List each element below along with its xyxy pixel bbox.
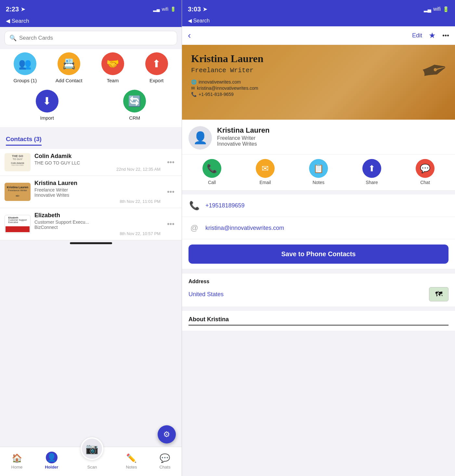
location-icon-right: ➤ xyxy=(203,6,207,12)
address-label: Address xyxy=(188,279,448,284)
action-label-chat: Chat xyxy=(420,180,430,185)
quick-actions-grid: 👥 Groups (1) 📇 Add Contact 🤝 Team ⬆ Expo… xyxy=(0,49,182,127)
globe-icon: 🌐 xyxy=(191,79,197,85)
action-row: 📞 Call ✉ Email 📋 Notes ⬆ Share 💬 Chat xyxy=(182,154,455,191)
time-left: 2:23 ➤ xyxy=(6,6,25,13)
bc-website: innovativewrites.com xyxy=(199,79,241,85)
add-contact-label: Add Contact xyxy=(56,78,83,83)
back-button[interactable]: ‹ xyxy=(188,30,191,41)
avatar: 👤 xyxy=(188,126,212,150)
nav-item-notes[interactable]: ✏️ Notes xyxy=(126,453,137,469)
map-thumbnail[interactable]: 🗺 xyxy=(429,287,448,301)
quick-action-team[interactable]: 🤝 Team xyxy=(95,52,131,83)
profile-company: Innovative Writes xyxy=(217,141,269,147)
contact-date-kristina: 8th Nov 22, 11:01 PM xyxy=(34,199,161,204)
action-call[interactable]: 📞 Call xyxy=(202,159,221,185)
more-options-icon[interactable]: ••• xyxy=(442,32,449,39)
star-icon[interactable]: ★ xyxy=(429,31,436,40)
phone-detail-row[interactable]: 📞 +19518189659 xyxy=(182,194,455,217)
nav-item-home[interactable]: 🏠 Home xyxy=(11,453,23,469)
location-icon: ➤ xyxy=(21,6,25,12)
contact-item-kristina[interactable]: Kristina Lauren Freelance Writer ✒ Krist… xyxy=(0,176,182,208)
bc-phone: +1-951-818-9659 xyxy=(199,92,234,97)
action-label-email: Email xyxy=(259,180,271,185)
back-search-right[interactable]: ◀ Search xyxy=(188,18,210,23)
scan-button[interactable]: 📷 xyxy=(81,437,103,460)
contact-more-kristina[interactable]: ••• xyxy=(164,186,177,197)
nav-item-holder[interactable]: 👤 Holder xyxy=(45,452,58,469)
contacts-header: Contacts (3) xyxy=(0,131,182,148)
address-section: Address United States 🗺 xyxy=(182,273,455,307)
contact-item-elizabeth[interactable]: Elizabeth Customer Support Executive Eli… xyxy=(0,208,182,240)
quick-action-add-contact[interactable]: 📇 Add Contact xyxy=(51,52,87,83)
phone-icon-bc: 📞 xyxy=(191,92,197,97)
email-detail-row[interactable]: @ kristina@innovativewrites.com xyxy=(182,217,455,239)
profile-name: Kristina Lauren xyxy=(217,126,269,135)
email-circle: ✉ xyxy=(256,159,275,178)
detail-topbar: ‹ Edit ★ ••• xyxy=(182,26,455,45)
status-icons-right: ▂▄ wifi 🔋 xyxy=(424,6,449,12)
action-email[interactable]: ✉ Email xyxy=(256,159,275,185)
right-panel: 3:03 ➤ ▂▄ wifi 🔋 ◀ Search ‹ Edit ★ ••• K… xyxy=(182,0,455,476)
bottom-nav: 🏠 Home 👤 Holder 📷 Scan ✏️ Notes 💬 Chats xyxy=(0,447,182,476)
back-search-left[interactable]: ◀ Search xyxy=(6,18,176,24)
bc-email: kristina@innovativewrites.com xyxy=(197,86,258,91)
status-bar-left: 2:23 ➤ ▂▄ wifi 🔋 xyxy=(0,0,182,17)
export-icon: ⬆ xyxy=(145,52,168,75)
time-right: 3:03 ➤ xyxy=(188,6,207,13)
quick-action-import[interactable]: ⬇ Import xyxy=(29,90,65,121)
save-to-phone-contacts-button[interactable]: Save to Phone Contacts xyxy=(188,245,448,264)
filter-fab[interactable]: ⚙ xyxy=(158,425,176,443)
contact-thumbnail-elizabeth: Elizabeth Customer Support Executive xyxy=(5,215,31,233)
nav-label-home: Home xyxy=(11,465,23,469)
contact-info-elizabeth: Elizabeth Customer Support Execu... BizC… xyxy=(34,212,161,236)
contact-more-elizabeth[interactable]: ••• xyxy=(164,218,177,230)
about-underline xyxy=(188,325,448,325)
top-actions: Edit ★ ••• xyxy=(412,31,449,40)
email-detail-value[interactable]: kristina@innovativewrites.com xyxy=(205,225,284,231)
phone-detail-icon: 📞 xyxy=(188,200,200,211)
action-share[interactable]: ⬆ Share xyxy=(362,159,381,185)
nav-label-notes: Notes xyxy=(126,465,137,469)
bc-name: Kristina Lauren xyxy=(191,53,264,65)
contact-date-colin: 22nd Nov 22, 12:35 AM xyxy=(34,167,161,172)
export-label: Export xyxy=(150,78,163,83)
action-chat[interactable]: 💬 Chat xyxy=(416,159,435,185)
phone-detail-value[interactable]: +19518189659 xyxy=(205,202,245,209)
bc-phone-line: 📞 +1-951-818-9659 xyxy=(191,92,264,97)
contact-company-colin: THE GO TO GUY LLC xyxy=(34,160,161,165)
address-row: United States 🗺 xyxy=(188,287,448,301)
nav-item-chats[interactable]: 💬 Chats xyxy=(159,453,170,469)
nav-item-scan[interactable]: 📷 Scan xyxy=(81,437,103,469)
notes-icon: ✏️ xyxy=(126,453,136,463)
bc-website-line: 🌐 innovativewrites.com xyxy=(191,79,264,85)
action-notes[interactable]: 📋 Notes xyxy=(309,159,328,185)
quick-action-export[interactable]: ⬆ Export xyxy=(139,52,175,83)
call-circle: 📞 xyxy=(202,159,221,178)
contact-more-colin[interactable]: ••• xyxy=(164,157,177,168)
team-icon: 🤝 xyxy=(101,52,124,75)
nav-label-chats: Chats xyxy=(159,465,170,469)
quick-action-groups[interactable]: 👥 Groups (1) xyxy=(7,52,43,83)
battery-icon-right: 🔋 xyxy=(443,6,449,12)
contact-item-colin[interactable]: THE GO TO GUY Colin Adamik 310-555-0000 … xyxy=(0,149,182,176)
search-input[interactable] xyxy=(19,35,172,41)
quick-action-crm[interactable]: 🔄 CRM xyxy=(117,90,152,121)
contact-name-elizabeth: Elizabeth xyxy=(34,212,161,219)
business-card-text: Kristina Lauren Freelance Writer 🌐 innov… xyxy=(191,53,264,98)
save-btn-container: Save to Phone Contacts xyxy=(182,239,455,269)
contact-title-kristina: Freelance Writer Innovative Writes xyxy=(34,187,161,198)
status-icons-left: ▂▄ wifi 🔋 xyxy=(153,7,176,12)
bc-title: Freelance Writer xyxy=(191,67,264,74)
import-label: Import xyxy=(40,115,54,121)
groups-icon: 👥 xyxy=(14,52,36,75)
address-value[interactable]: United States xyxy=(188,291,224,298)
share-circle: ⬆ xyxy=(362,159,381,178)
sub-status-right[interactable]: ◀ Search xyxy=(182,17,455,26)
holder-icon: 👤 xyxy=(46,452,58,463)
search-bar[interactable]: 🔍 xyxy=(5,31,177,45)
action-label-notes: Notes xyxy=(313,180,325,185)
edit-button[interactable]: Edit xyxy=(412,32,422,39)
sub-status-left[interactable]: ◀ Search xyxy=(0,17,182,27)
signal-icon-right: ▂▄ xyxy=(424,6,431,12)
